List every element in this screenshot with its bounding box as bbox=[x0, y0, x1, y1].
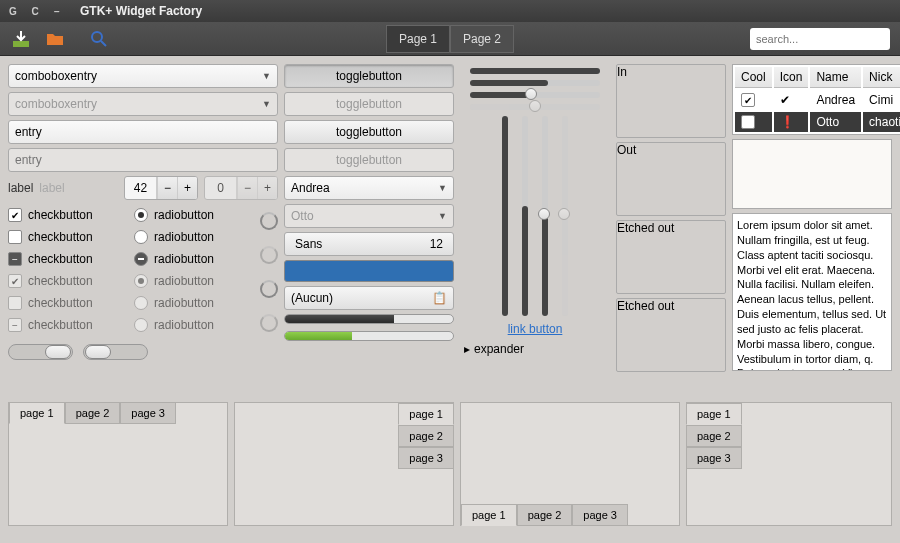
switch-1[interactable] bbox=[8, 344, 73, 360]
notebook-top-tabs: page 1 page 2 page 3 bbox=[8, 402, 228, 526]
check-circle-icon: ✔ bbox=[774, 90, 809, 110]
chevron-down-icon: ▼ bbox=[262, 99, 271, 109]
frame-in: In bbox=[616, 64, 726, 138]
chevron-down-icon: ▼ bbox=[438, 211, 447, 221]
iconview[interactable] bbox=[732, 139, 892, 209]
radio-1[interactable] bbox=[134, 208, 148, 222]
treeview[interactable]: CoolIconNameNick ✔✔AndreaCimi ❗Ottochaot… bbox=[732, 64, 900, 135]
minus-button[interactable]: − bbox=[157, 177, 177, 199]
search-box[interactable] bbox=[750, 28, 890, 50]
vscale-4 bbox=[562, 116, 568, 316]
notebook-right-tabs: page 1 page 2 page 3 bbox=[234, 402, 454, 526]
comboboxentry-2: comboboxentry▼ bbox=[8, 92, 278, 116]
max-window-icon[interactable]: − bbox=[50, 4, 64, 18]
hscale-2[interactable] bbox=[470, 80, 600, 86]
radio-4 bbox=[134, 274, 148, 288]
chevron-down-icon: ▼ bbox=[262, 71, 271, 81]
spinner-icon bbox=[260, 314, 278, 332]
nb-tab[interactable]: page 2 bbox=[398, 425, 454, 447]
comboboxentry-1[interactable]: comboboxentry▼ bbox=[8, 64, 278, 88]
checkbox[interactable]: ✔ bbox=[741, 93, 755, 107]
download-icon[interactable] bbox=[10, 28, 32, 50]
table-row[interactable]: ❗Ottochaotic bbox=[735, 112, 900, 132]
window-title: GTK+ Widget Factory bbox=[80, 4, 202, 18]
checkbox[interactable] bbox=[741, 115, 755, 129]
calendar-icon: 📋 bbox=[432, 291, 447, 305]
spinbutton-1[interactable]: 42−+ bbox=[124, 176, 198, 200]
hscale-1[interactable] bbox=[470, 68, 600, 74]
notebook-bottom-tabs: page 1 page 2 page 3 bbox=[460, 402, 680, 526]
nb-tab[interactable]: page 2 bbox=[686, 425, 742, 447]
checkbox-3[interactable]: − bbox=[8, 252, 22, 266]
radio-6 bbox=[134, 318, 148, 332]
font-button[interactable]: Sans12 bbox=[284, 232, 454, 256]
togglebutton-4: togglebutton bbox=[284, 148, 454, 172]
table-row[interactable]: ✔✔AndreaCimi bbox=[735, 90, 900, 110]
tab-page2[interactable]: Page 2 bbox=[450, 25, 514, 53]
textview[interactable]: Lorem ipsum dolor sit amet. Nullam fring… bbox=[732, 213, 892, 371]
togglebutton-1[interactable]: togglebutton bbox=[284, 64, 454, 88]
checkbox-2[interactable] bbox=[8, 230, 22, 244]
vscale-2[interactable] bbox=[522, 116, 528, 316]
togglebutton-3[interactable]: togglebutton bbox=[284, 120, 454, 144]
color-button[interactable] bbox=[284, 260, 454, 282]
progress-1 bbox=[284, 314, 454, 324]
link-button[interactable]: link button bbox=[508, 322, 563, 336]
togglebutton-2: togglebutton bbox=[284, 92, 454, 116]
nb-tab[interactable]: page 3 bbox=[572, 504, 628, 526]
nb-tab[interactable]: page 3 bbox=[120, 402, 176, 424]
triangle-right-icon: ▸ bbox=[464, 342, 470, 356]
chevron-down-icon: ▼ bbox=[438, 183, 447, 193]
vscale-3[interactable] bbox=[542, 116, 548, 316]
label-1: label bbox=[8, 181, 33, 195]
search-icon[interactable] bbox=[88, 28, 110, 50]
search-input[interactable] bbox=[756, 33, 894, 45]
frame-etched-2: Etched out bbox=[616, 298, 726, 372]
nb-tab[interactable]: page 1 bbox=[461, 504, 517, 526]
nb-tab[interactable]: page 3 bbox=[686, 447, 742, 469]
warning-icon: ❗ bbox=[774, 112, 809, 132]
svg-point-1 bbox=[92, 32, 102, 42]
nb-tab[interactable]: page 3 bbox=[398, 447, 454, 469]
spinner-icon bbox=[260, 212, 278, 230]
hscale-3[interactable] bbox=[470, 92, 600, 98]
svg-rect-0 bbox=[13, 41, 29, 47]
nb-tab[interactable]: page 1 bbox=[398, 403, 454, 425]
frame-etched-1: Etched out bbox=[616, 220, 726, 294]
combo-andrea[interactable]: Andrea▼ bbox=[284, 176, 454, 200]
notebook-left-tabs: page 1 page 2 page 3 bbox=[686, 402, 892, 526]
checkbox-5 bbox=[8, 296, 22, 310]
close-window-icon[interactable]: G bbox=[6, 4, 20, 18]
hscale-4 bbox=[470, 104, 600, 110]
nb-tab[interactable]: page 2 bbox=[517, 504, 573, 526]
combo-otto: Otto▼ bbox=[284, 204, 454, 228]
checkbox-4: ✔ bbox=[8, 274, 22, 288]
file-button[interactable]: (Aucun)📋 bbox=[284, 286, 454, 310]
radio-2[interactable] bbox=[134, 230, 148, 244]
nb-tab[interactable]: page 1 bbox=[686, 403, 742, 425]
svg-line-2 bbox=[101, 41, 106, 46]
nb-tab[interactable]: page 2 bbox=[65, 402, 121, 424]
progress-2 bbox=[284, 331, 454, 341]
radio-5 bbox=[134, 296, 148, 310]
radio-3[interactable] bbox=[134, 252, 148, 266]
checkbox-1[interactable]: ✔ bbox=[8, 208, 22, 222]
vscale-1[interactable] bbox=[502, 116, 508, 316]
plus-button[interactable]: + bbox=[177, 177, 197, 199]
spinner-icon bbox=[260, 280, 278, 298]
folder-icon[interactable] bbox=[44, 28, 66, 50]
min-window-icon[interactable]: C bbox=[28, 4, 42, 18]
titlebar: G C − GTK+ Widget Factory bbox=[0, 0, 900, 22]
spinbutton-2: 0−+ bbox=[204, 176, 278, 200]
expander[interactable]: ▸expander bbox=[464, 342, 524, 356]
label-2: label bbox=[39, 181, 64, 195]
entry-1[interactable] bbox=[8, 120, 278, 144]
toolbar: Page 1 Page 2 bbox=[0, 22, 900, 56]
nb-tab[interactable]: page 1 bbox=[9, 402, 65, 424]
checkbox-6: − bbox=[8, 318, 22, 332]
entry-2 bbox=[8, 148, 278, 172]
spinner-icon bbox=[260, 246, 278, 264]
switch-2[interactable] bbox=[83, 344, 148, 360]
tab-page1[interactable]: Page 1 bbox=[386, 25, 450, 53]
frame-out: Out bbox=[616, 142, 726, 216]
